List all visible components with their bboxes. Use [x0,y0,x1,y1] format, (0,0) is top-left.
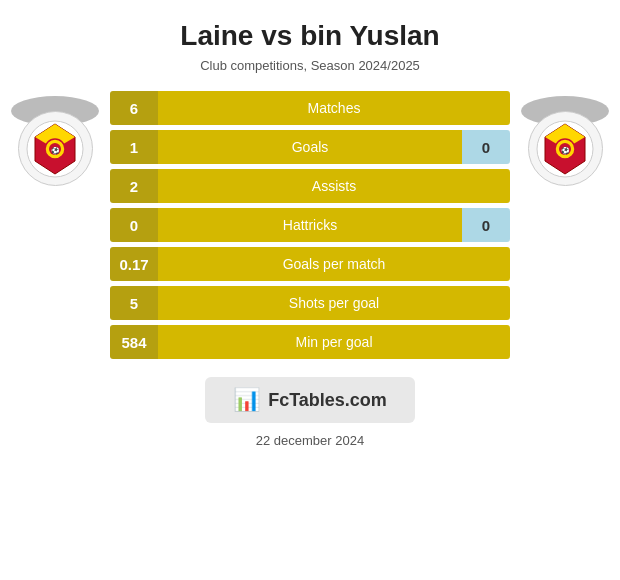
stat-row-min-per-goal: 584Min per goal [110,325,510,359]
stats-section: ⚽ 6Matches1Goals02Assists0Hattricks00.17… [10,91,610,359]
stat-row-hattricks: 0Hattricks0 [110,208,510,242]
stat-label-assists: Assists [158,169,510,203]
stat-label-min-per-goal: Min per goal [158,325,510,359]
logo-icon: 📊 [233,387,260,413]
page-title: Laine vs bin Yuslan [180,20,439,52]
stat-label-shots-per-goal: Shots per goal [158,286,510,320]
logo-box: 📊 FcTables.com [205,377,415,423]
subtitle: Club competitions, Season 2024/2025 [200,58,420,73]
svg-text:⚽: ⚽ [51,146,60,155]
stats-rows: 6Matches1Goals02Assists0Hattricks00.17Go… [110,91,510,359]
left-team-badge: ⚽ [18,111,93,186]
stat-left-shots-per-goal: 5 [110,286,158,320]
stat-left-min-per-goal: 584 [110,325,158,359]
stat-label-hattricks: Hattricks [158,208,462,242]
right-team-badge: ⚽ [528,111,603,186]
stat-right-goals: 0 [462,130,510,164]
stat-left-matches: 6 [110,91,158,125]
stat-row-assists: 2Assists [110,169,510,203]
stat-left-goals-per-match: 0.17 [110,247,158,281]
svg-text:⚽: ⚽ [561,146,570,155]
stat-row-goals: 1Goals0 [110,130,510,164]
footer-date: 22 december 2024 [256,433,364,448]
stat-left-goals: 1 [110,130,158,164]
page-container: Laine vs bin Yuslan Club competitions, S… [0,0,620,463]
logo-text: FcTables.com [268,390,387,411]
right-team-area: ⚽ [520,91,610,186]
stat-row-shots-per-goal: 5Shots per goal [110,286,510,320]
stat-row-matches: 6Matches [110,91,510,125]
stat-label-goals-per-match: Goals per match [158,247,510,281]
left-team-area: ⚽ [10,91,100,186]
stat-left-assists: 2 [110,169,158,203]
stat-label-matches: Matches [158,91,510,125]
stat-label-goals: Goals [158,130,462,164]
stat-left-hattricks: 0 [110,208,158,242]
stat-row-goals-per-match: 0.17Goals per match [110,247,510,281]
stat-right-hattricks: 0 [462,208,510,242]
